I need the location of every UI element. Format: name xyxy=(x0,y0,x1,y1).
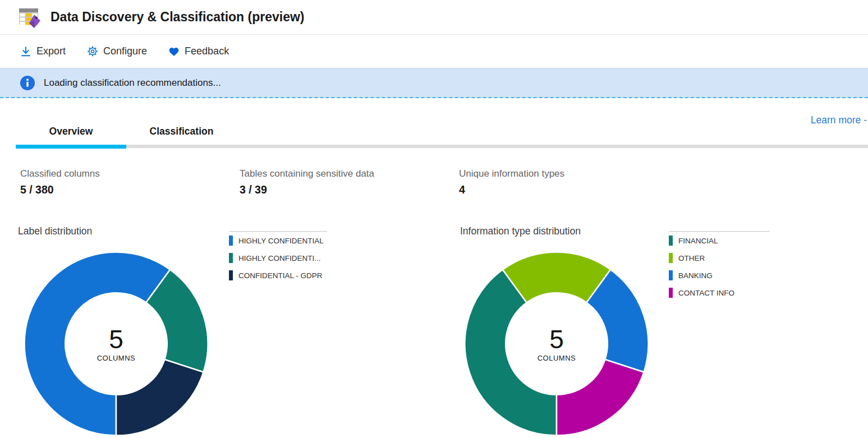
tab-classification[interactable]: Classification xyxy=(126,118,237,145)
blade-header: Data Discovery & Classification (preview… xyxy=(0,0,868,35)
label-distribution-donut[interactable]: 5 COLUMNS xyxy=(24,251,209,436)
active-tab-indicator xyxy=(16,145,126,149)
legend-item[interactable]: CONFIDENTIAL - GDPR xyxy=(229,270,327,280)
info-type-distribution-donut[interactable]: 5 COLUMNS xyxy=(464,251,649,436)
label-distribution-legend: HIGHLY CONFIDENTIALHIGHLY CONFIDENTI...C… xyxy=(229,231,327,280)
legend-swatch xyxy=(229,236,233,246)
table-tag-icon xyxy=(17,5,42,30)
legend-swatch xyxy=(669,236,673,246)
legend-item[interactable]: OTHER xyxy=(669,253,770,263)
feedback-label: Feedback xyxy=(185,45,229,57)
stat-value: 3 / 39 xyxy=(240,183,459,196)
legend-item[interactable]: FINANCIAL xyxy=(669,236,770,246)
legend-swatch xyxy=(669,288,673,298)
info-icon xyxy=(20,76,35,90)
legend-label: CONFIDENTIAL - GDPR xyxy=(238,271,323,280)
stat-tables-sensitive: Tables containing sensitive data 3 / 39 xyxy=(240,168,459,196)
tab-underline-track xyxy=(16,145,868,148)
stat-value: 4 xyxy=(459,183,564,196)
legend-item[interactable]: CONTACT INFO xyxy=(669,288,770,298)
legend-item[interactable]: BANKING xyxy=(669,270,770,280)
donut-segment-confidential-gdpr[interactable] xyxy=(116,359,203,435)
configure-button[interactable]: Configure xyxy=(87,45,147,57)
stat-classified-columns: Classified columns 5 / 380 xyxy=(20,168,240,196)
label-distribution-title: Label distribution xyxy=(18,225,92,237)
data-discovery-classification-blade: Data Discovery & Classification (preview… xyxy=(0,0,868,438)
banner-message: Loading classification recommendations..… xyxy=(44,77,221,89)
stat-label: Tables containing sensitive data xyxy=(240,168,459,179)
download-icon xyxy=(20,46,31,57)
stat-value: 5 / 380 xyxy=(20,183,240,196)
legend-label: HIGHLY CONFIDENTIAL xyxy=(238,237,324,245)
legend-swatch xyxy=(669,253,673,263)
donut-segment-contact-info[interactable] xyxy=(557,359,644,435)
info-type-distribution-title: Information type distribution xyxy=(460,225,581,237)
legend-swatch xyxy=(229,270,233,280)
legend-label: BANKING xyxy=(678,271,713,280)
legend-label: CONTACT INFO xyxy=(678,289,734,297)
legend-item[interactable]: HIGHLY CONFIDENTI... xyxy=(229,253,327,263)
gear-icon xyxy=(87,46,98,57)
feedback-button[interactable]: Feedback xyxy=(168,45,229,57)
page-title: Data Discovery & Classification (preview… xyxy=(50,10,305,25)
summary-stats: Classified columns 5 / 380 Tables contai… xyxy=(20,168,564,196)
stat-unique-info-types: Unique information types 4 xyxy=(459,168,564,196)
heart-icon xyxy=(168,46,180,57)
learn-more-link[interactable]: Learn more - xyxy=(811,114,867,126)
configure-label: Configure xyxy=(103,45,147,57)
export-label: Export xyxy=(36,45,66,57)
stat-label: Classified columns xyxy=(20,168,240,179)
stat-label: Unique information types xyxy=(459,168,564,179)
command-bar: Export Configure xyxy=(0,35,868,68)
pivot-tabs: Overview Classification xyxy=(16,118,237,145)
legend-swatch xyxy=(229,253,233,263)
legend-label: FINANCIAL xyxy=(678,237,718,245)
tab-overview[interactable]: Overview xyxy=(16,118,126,145)
legend-swatch xyxy=(669,270,673,280)
legend-item[interactable]: HIGHLY CONFIDENTIAL xyxy=(229,236,327,246)
legend-label: HIGHLY CONFIDENTI... xyxy=(238,254,321,262)
info-type-distribution-legend: FINANCIALOTHERBANKINGCONTACT INFO xyxy=(669,231,770,298)
info-banner: Loading classification recommendations..… xyxy=(0,68,868,98)
export-button[interactable]: Export xyxy=(20,45,66,57)
legend-label: OTHER xyxy=(678,254,705,262)
